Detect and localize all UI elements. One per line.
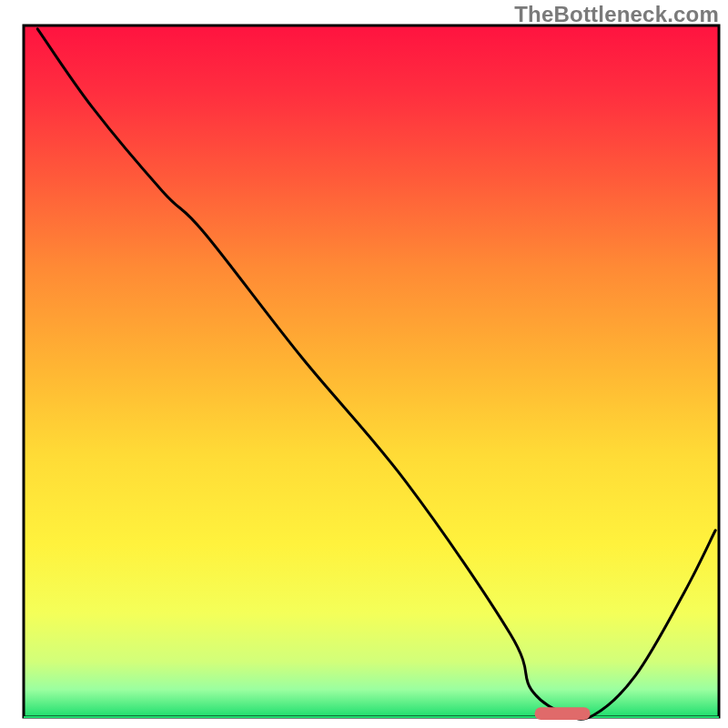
chart-svg	[0, 0, 728, 728]
chart-stage: TheBottleneck.com	[0, 0, 728, 728]
gradient-background	[24, 25, 719, 717]
plot-area	[24, 25, 719, 720]
optimal-pill	[535, 707, 591, 720]
